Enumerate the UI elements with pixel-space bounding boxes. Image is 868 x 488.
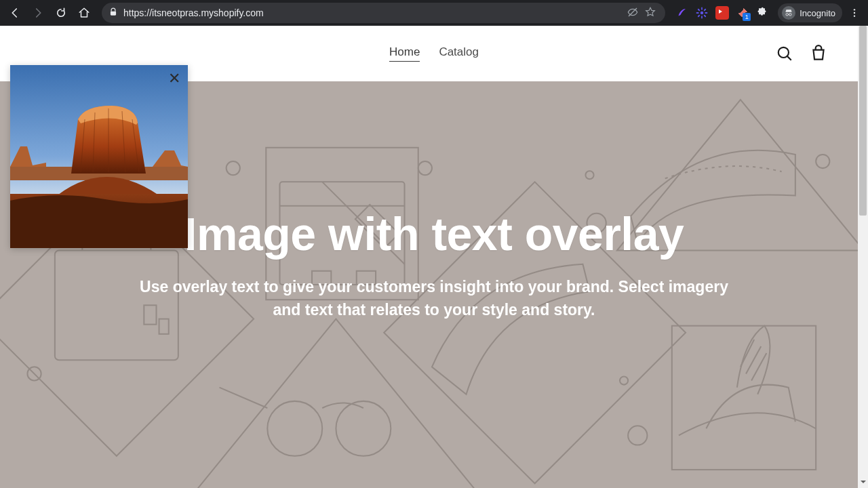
url-text: https://itsneotpras.myshopify.com xyxy=(123,7,622,18)
svg-point-7 xyxy=(854,15,855,16)
nav-link-catalog[interactable]: Catalog xyxy=(439,45,479,62)
scrollbar-down-arrow[interactable] xyxy=(858,477,868,487)
svg-point-8 xyxy=(778,47,789,58)
extension-record-icon[interactable] xyxy=(715,6,729,20)
browser-menu-button[interactable] xyxy=(846,7,863,18)
eye-off-icon[interactable] xyxy=(627,7,638,20)
nav-link-home[interactable]: Home xyxy=(389,45,420,62)
svg-point-28 xyxy=(620,376,628,384)
svg-point-2 xyxy=(701,12,704,15)
svg-point-3 xyxy=(786,14,789,16)
svg-point-21 xyxy=(336,401,391,456)
extension-pin-icon[interactable]: 1 xyxy=(736,6,749,20)
svg-point-5 xyxy=(854,9,855,10)
svg-point-27 xyxy=(628,426,647,445)
extension-tray: 1 xyxy=(673,6,771,20)
incognito-label: Incognito xyxy=(800,8,835,18)
svg-line-9 xyxy=(787,56,791,60)
browser-toolbar: https://itsneotpras.myshopify.com 1 xyxy=(0,0,868,26)
close-icon[interactable]: ✕ xyxy=(166,70,182,87)
promo-image xyxy=(10,65,188,248)
svg-point-25 xyxy=(816,155,829,168)
back-button[interactable] xyxy=(5,3,24,22)
header-actions xyxy=(776,26,827,81)
svg-rect-26 xyxy=(672,326,816,470)
extension-gear-icon[interactable] xyxy=(695,6,709,20)
svg-rect-0 xyxy=(111,11,116,15)
vertical-scrollbar[interactable] xyxy=(858,26,868,488)
main-nav: Home Catalog xyxy=(389,45,479,62)
reload-button[interactable] xyxy=(52,3,71,22)
svg-point-24 xyxy=(585,171,593,179)
hero-subtitle: Use overlay text to give your customers … xyxy=(125,275,743,322)
incognito-icon xyxy=(782,6,795,20)
page-viewport: Home Catalog xyxy=(0,26,868,488)
hero-title: Image with text overlay xyxy=(125,207,743,260)
svg-point-4 xyxy=(789,14,792,16)
lock-icon xyxy=(108,7,118,19)
svg-point-23 xyxy=(418,161,432,175)
svg-point-20 xyxy=(267,401,322,456)
address-bar[interactable]: https://itsneotpras.myshopify.com xyxy=(102,3,665,23)
incognito-indicator[interactable]: Incognito xyxy=(778,3,842,22)
extension-feather-icon[interactable] xyxy=(675,6,688,20)
svg-point-14 xyxy=(226,161,240,175)
hero-text: Image with text overlay Use overlay text… xyxy=(108,207,760,322)
scrollbar-thumb[interactable] xyxy=(859,26,867,216)
bookmark-star-icon[interactable] xyxy=(645,7,656,20)
svg-point-6 xyxy=(854,12,855,14)
home-button[interactable] xyxy=(75,3,94,22)
extensions-menu-icon[interactable] xyxy=(756,6,770,20)
extension-badge-count: 1 xyxy=(743,13,751,21)
forward-button[interactable] xyxy=(28,3,47,22)
promo-popup: ✕ xyxy=(10,65,188,248)
cart-icon[interactable] xyxy=(810,45,827,62)
search-icon[interactable] xyxy=(776,45,793,62)
